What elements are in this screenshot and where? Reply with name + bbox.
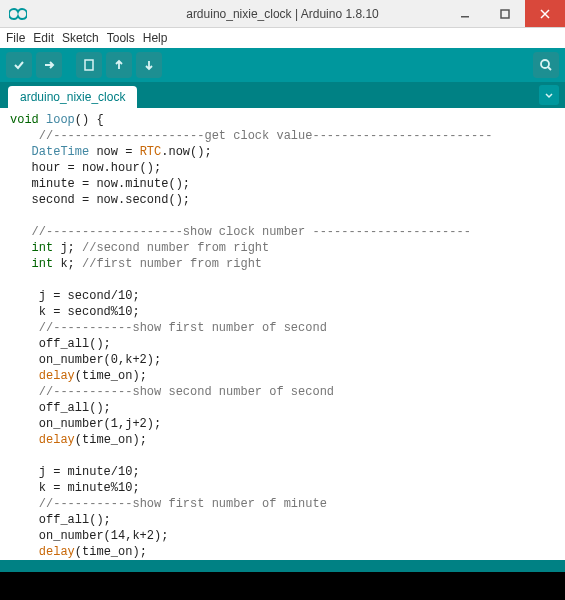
menu-bar: File Edit Sketch Tools Help <box>0 28 565 48</box>
svg-rect-2 <box>85 60 93 70</box>
code-line[interactable]: DateTime now = RTC.now(); <box>10 144 557 160</box>
code-line[interactable]: delay(time_on); <box>10 432 557 448</box>
code-line[interactable]: //-------------------show clock number -… <box>10 224 557 240</box>
code-line[interactable]: delay(time_on); <box>10 544 557 560</box>
close-button[interactable] <box>525 0 565 27</box>
code-line[interactable]: void loop() { <box>10 112 557 128</box>
code-line[interactable] <box>10 448 557 464</box>
code-line[interactable]: //-----------show first number of minute <box>10 496 557 512</box>
menu-sketch[interactable]: Sketch <box>62 31 99 45</box>
code-line[interactable]: off_all(); <box>10 512 557 528</box>
code-editor[interactable]: void loop() { //---------------------get… <box>0 108 565 560</box>
upload-button[interactable] <box>36 52 62 78</box>
toolbar <box>0 48 565 82</box>
console-output[interactable] <box>0 572 565 600</box>
code-line[interactable]: //-----------show first number of second <box>10 320 557 336</box>
sketch-tab[interactable]: arduino_nixie_clock <box>8 86 137 108</box>
title-bar: arduino_nixie_clock | Arduino 1.8.10 <box>0 0 565 28</box>
menu-help[interactable]: Help <box>143 31 168 45</box>
code-line[interactable]: k = minute%10; <box>10 480 557 496</box>
code-line[interactable] <box>10 272 557 288</box>
code-line[interactable]: minute = now.minute(); <box>10 176 557 192</box>
code-line[interactable]: on_number(14,k+2); <box>10 528 557 544</box>
tab-menu-button[interactable] <box>539 85 559 105</box>
minimize-button[interactable] <box>445 0 485 27</box>
code-line[interactable]: hour = now.hour(); <box>10 160 557 176</box>
code-line[interactable]: int k; //first number from right <box>10 256 557 272</box>
code-line[interactable]: on_number(0,k+2); <box>10 352 557 368</box>
verify-button[interactable] <box>6 52 32 78</box>
code-line[interactable]: j = minute/10; <box>10 464 557 480</box>
code-line[interactable]: off_all(); <box>10 400 557 416</box>
code-line[interactable] <box>10 208 557 224</box>
code-line[interactable]: on_number(1,j+2); <box>10 416 557 432</box>
maximize-button[interactable] <box>485 0 525 27</box>
svg-rect-0 <box>461 16 469 18</box>
app-logo-icon <box>6 2 30 26</box>
svg-point-3 <box>541 60 549 68</box>
svg-rect-1 <box>501 10 509 18</box>
menu-edit[interactable]: Edit <box>33 31 54 45</box>
code-line[interactable]: second = now.second(); <box>10 192 557 208</box>
code-line[interactable]: int j; //second number from right <box>10 240 557 256</box>
code-line[interactable]: j = second/10; <box>10 288 557 304</box>
new-button[interactable] <box>76 52 102 78</box>
code-line[interactable]: k = second%10; <box>10 304 557 320</box>
code-line[interactable]: off_all(); <box>10 336 557 352</box>
menu-file[interactable]: File <box>6 31 25 45</box>
code-line[interactable]: //-----------show second number of secon… <box>10 384 557 400</box>
code-line[interactable]: //---------------------get clock value--… <box>10 128 557 144</box>
menu-tools[interactable]: Tools <box>107 31 135 45</box>
status-bar <box>0 560 565 572</box>
code-line[interactable]: delay(time_on); <box>10 368 557 384</box>
open-button[interactable] <box>106 52 132 78</box>
tab-bar: arduino_nixie_clock <box>0 82 565 108</box>
save-button[interactable] <box>136 52 162 78</box>
serial-monitor-button[interactable] <box>533 52 559 78</box>
